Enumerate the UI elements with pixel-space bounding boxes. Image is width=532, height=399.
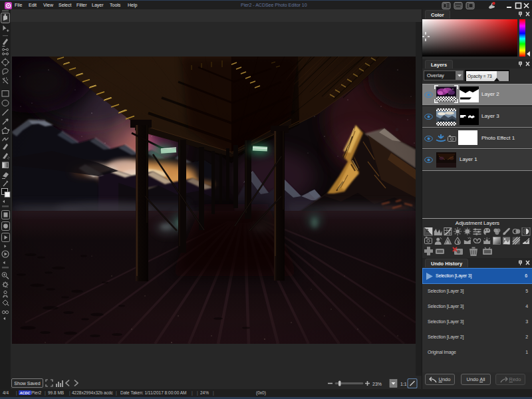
svg-text:1:1: 1:1 [400,382,407,386]
svg-text:23%: 23% [372,382,382,386]
